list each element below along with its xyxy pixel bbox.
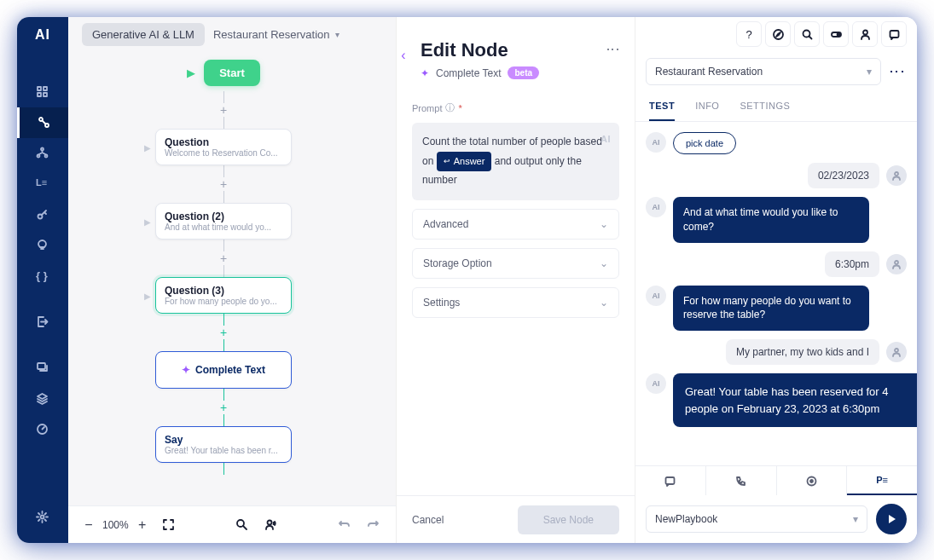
- node-complete-text[interactable]: ✦Complete Text: [155, 351, 292, 389]
- node-question-1[interactable]: ▶ Question Welcome to Reservation Co...: [155, 129, 292, 165]
- prompt-label: Prompt ⓘ *: [412, 101, 619, 114]
- info-icon: ⓘ: [445, 101, 455, 114]
- phone-icon: [734, 475, 747, 488]
- help-button[interactable]: ?: [736, 21, 762, 47]
- account-button[interactable]: [852, 21, 878, 47]
- zoom-in-button[interactable]: +: [136, 517, 149, 533]
- nav-code[interactable]: { }: [17, 261, 68, 292]
- canvas-header: Generative AI & LLM Restaurant Reservati…: [68, 17, 396, 51]
- canvas-column: Generative AI & LLM Restaurant Reservati…: [68, 17, 397, 543]
- connector-icon: [38, 116, 51, 130]
- section-settings[interactable]: Settings⌄: [412, 287, 619, 318]
- svg-rect-0: [38, 87, 41, 90]
- chevron-down-icon: ⌄: [600, 218, 608, 230]
- undo-button[interactable]: [334, 516, 353, 534]
- mode-record[interactable]: [777, 466, 848, 495]
- mode-voice[interactable]: [706, 466, 777, 495]
- zoom-control: − 100% +: [82, 517, 149, 533]
- nav-idea[interactable]: [17, 230, 68, 261]
- ai-message: For how many people do you want to reser…: [673, 286, 869, 332]
- chat-icon: [888, 28, 901, 41]
- prompt-input[interactable]: AI Count the total number of people base…: [412, 123, 619, 200]
- svg-rect-24: [666, 477, 675, 484]
- explore-button[interactable]: [765, 21, 791, 47]
- messages-button[interactable]: [881, 21, 907, 47]
- beta-badge: beta: [508, 66, 539, 79]
- tab-info[interactable]: INFO: [695, 92, 719, 121]
- test-menu-button[interactable]: ⋮: [888, 64, 907, 79]
- nav-dashboard[interactable]: [17, 77, 68, 107]
- svg-point-19: [863, 30, 867, 34]
- handle-icon: ▶: [144, 216, 151, 226]
- add-node-button[interactable]: +: [217, 103, 230, 117]
- flow-canvas[interactable]: ▶ Start + ▶ Question Welcome to Reservat…: [68, 51, 396, 505]
- ai-avatar: AI: [646, 286, 666, 306]
- panel-menu-button[interactable]: ⋮: [605, 43, 621, 57]
- run-playbook-button[interactable]: [876, 504, 907, 534]
- user-avatar: [886, 165, 907, 186]
- start-node[interactable]: Start: [204, 60, 260, 86]
- node-subtitle: For how many people do yo...: [165, 297, 282, 306]
- nav-users[interactable]: [17, 138, 68, 169]
- cancel-button[interactable]: Cancel: [412, 514, 444, 526]
- edit-header: ‹ Edit Node ✦ Complete Text beta ⋮: [397, 17, 635, 88]
- playbook-selector[interactable]: NewPlaybook▾: [646, 505, 867, 533]
- variable-token[interactable]: ↩Answer: [437, 152, 492, 172]
- node-say[interactable]: Say Great! Your table has been r...: [155, 426, 292, 463]
- svg-point-14: [267, 521, 271, 525]
- user-avatar: [886, 342, 907, 362]
- nav-settings[interactable]: [17, 502, 68, 533]
- add-node-button[interactable]: +: [217, 326, 230, 339]
- nav-key[interactable]: [17, 199, 68, 230]
- voice-button[interactable]: [261, 516, 280, 534]
- ai-badge: AI: [600, 131, 611, 148]
- nav-chat[interactable]: [17, 353, 68, 384]
- breadcrumb[interactable]: Restaurant Reservation▾: [213, 28, 339, 41]
- svg-point-21: [895, 172, 898, 176]
- chevron-down-icon: ⌄: [600, 257, 608, 269]
- back-button[interactable]: ‹: [395, 48, 412, 63]
- mode-playbook[interactable]: P≡: [847, 466, 917, 495]
- fit-screen-button[interactable]: [160, 516, 178, 534]
- chat-transcript[interactable]: AI pick date 02/23/2023 AI And at what t…: [635, 122, 917, 465]
- tab-test[interactable]: TEST: [649, 92, 675, 121]
- toggle-button[interactable]: [823, 21, 849, 47]
- add-node-button[interactable]: +: [217, 177, 230, 191]
- add-node-button[interactable]: +: [217, 251, 230, 265]
- toggle-icon: [830, 28, 843, 41]
- search-canvas-button[interactable]: [232, 516, 251, 534]
- edit-footer: Cancel Save Node: [397, 495, 635, 543]
- chevron-down-icon: ▾: [867, 66, 872, 78]
- nav-export[interactable]: [17, 307, 68, 338]
- tab-settings[interactable]: SETTINGS: [740, 92, 790, 121]
- section-storage[interactable]: Storage Option⌄: [412, 248, 619, 279]
- panel-title: Edit Node: [412, 39, 619, 61]
- test-tabs: TEST INFO SETTINGS: [635, 92, 917, 122]
- nav-layers[interactable]: [17, 384, 68, 414]
- node-title: Say: [165, 434, 282, 446]
- node-question-2[interactable]: ▶ Question (2) And at what time would yo…: [155, 203, 292, 240]
- chevron-down-icon: ⌄: [600, 297, 608, 309]
- lexicon-icon: L≡: [36, 177, 49, 191]
- redo-button[interactable]: [363, 516, 382, 534]
- category-chip[interactable]: Generative AI & LLM: [82, 23, 205, 46]
- tree-icon: [36, 147, 49, 160]
- undo-icon: [338, 518, 351, 531]
- nav-lexicon[interactable]: L≡: [17, 169, 68, 199]
- mode-chat[interactable]: [635, 466, 706, 495]
- quick-reply-pill[interactable]: pick date: [673, 132, 736, 154]
- zoom-out-button[interactable]: −: [82, 517, 96, 533]
- sparkle-icon: ✦: [421, 67, 429, 79]
- add-node-button[interactable]: +: [217, 401, 230, 414]
- svg-rect-10: [38, 363, 45, 369]
- edit-body: Prompt ⓘ * AI Count the total number of …: [397, 88, 635, 495]
- search-button[interactable]: [794, 21, 820, 47]
- user-avatar: [886, 254, 907, 274]
- section-advanced[interactable]: Advanced⌄: [412, 209, 619, 240]
- app-frame: AI L≡ { } Generative AI & LLM Restaurant…: [17, 17, 917, 543]
- node-title: Question (3): [165, 285, 282, 297]
- nav-flows[interactable]: [17, 107, 68, 138]
- nav-analytics[interactable]: [17, 414, 68, 445]
- bot-selector[interactable]: Restaurant Reservation▾: [646, 58, 881, 85]
- node-question-3[interactable]: ▶ Question (3) For how many people do yo…: [155, 277, 292, 314]
